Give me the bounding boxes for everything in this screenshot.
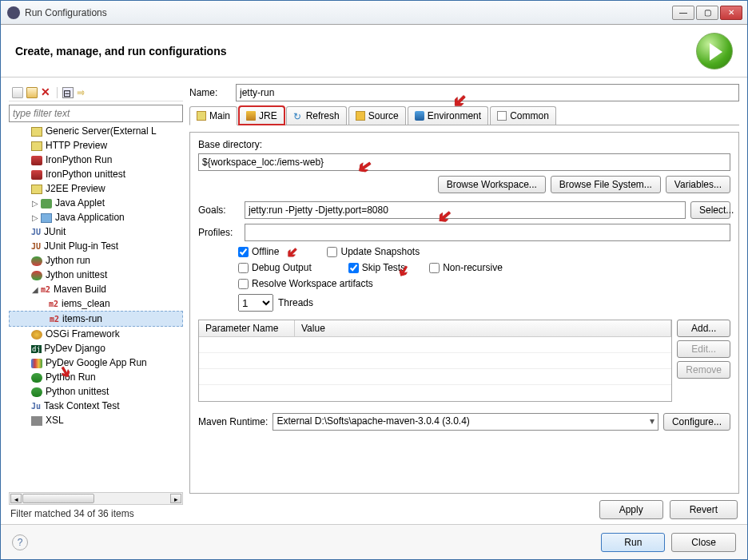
configurations-sidebar: ✕ ⊟ ⥤ Generic Server(External L HTTP Pre… [9,84,183,519]
tree-horizontal-scrollbar[interactable]: ◂▸ [9,492,183,505]
profiles-label: Profiles: [198,227,240,238]
tab-jre[interactable]: JRE [239,106,284,125]
edit-param-button[interactable]: Edit... [677,340,730,358]
goals-label: Goals: [198,205,240,216]
offline-checkbox[interactable]: Offline [238,246,279,257]
name-label: Name: [189,87,231,98]
threads-label: Threads [278,297,313,308]
collapse-all-icon[interactable]: ⊟ [62,87,74,98]
main-tab-icon [197,111,206,121]
goals-input[interactable] [245,201,686,219]
non-recursive-checkbox[interactable]: Non-recursive [429,262,503,273]
select-goals-button[interactable]: Select... [690,201,730,219]
tree-item-junit[interactable]: JUJUnit [9,224,183,239]
tab-bar: Main JRE ↻Refresh Source Environment Com… [189,106,739,125]
skip-tests-checkbox[interactable]: Skip Tests [348,262,405,273]
add-param-button[interactable]: Add... [677,320,730,337]
filter-input[interactable] [9,105,183,122]
resolve-workspace-checkbox[interactable]: Resolve Workspace artifacts [238,278,373,289]
param-value-header: Value [295,320,671,336]
base-dir-input[interactable] [198,153,730,171]
source-tab-icon [356,111,365,121]
tree-item-xsl[interactable]: XSL [9,413,183,427]
tree-item-items-run[interactable]: m2items-run [9,311,183,327]
close-button[interactable]: Close [671,533,736,552]
tree-item-java-applet[interactable]: ▷Java Applet [9,196,183,210]
dialog-header: Create, manage, and run configurations [1,25,747,77]
run-button[interactable]: Run [601,533,665,552]
tree-item-python-unittest[interactable]: Python unittest [9,384,183,399]
tree-item-pydev-google[interactable]: PyDev Google App Run [9,355,183,370]
tree-item-pydev-django[interactable]: dj PyDev Django [9,341,183,355]
tab-main[interactable]: Main [189,106,237,125]
tree-item-jython-unittest[interactable]: Jython unittest [9,268,183,282]
tree-item-python-run[interactable]: Python Run [9,370,183,384]
tree-item-task-context[interactable]: JuTask Context Test [9,399,183,413]
help-icon[interactable]: ? [12,534,28,550]
tree-item-java-application[interactable]: ▷Java Application [9,210,183,224]
run-decoration-icon [696,33,733,70]
update-snapshots-checkbox[interactable]: Update Snapshots [327,246,420,257]
delete-icon[interactable]: ✕ [41,87,52,98]
threads-select[interactable]: 1 [238,294,273,312]
main-tab-panel: Base directory: ➔ Browse Workspace... Br… [189,132,739,494]
tree-item-osgi[interactable]: OSGi Framework [9,327,183,341]
jre-tab-icon [246,111,256,121]
debug-output-checkbox[interactable]: Debug Output [238,262,312,273]
parameters-table[interactable]: Parameter Name Value [198,320,672,402]
remove-param-button[interactable]: Remove [677,361,730,379]
tab-environment[interactable]: Environment [408,106,488,125]
tree-item-iems-clean[interactable]: m2iems_clean [9,296,183,311]
new-config-icon[interactable] [12,87,23,98]
config-tree[interactable]: Generic Server(External L HTTP Preview I… [9,124,183,427]
tree-item-http-preview[interactable]: HTTP Preview [9,138,183,153]
tree-item-generic-server[interactable]: Generic Server(External L [9,124,183,138]
browse-workspace-button[interactable]: Browse Workspace... [438,176,546,193]
maven-runtime-label: Maven Runtime: [198,416,268,427]
dialog-footer: ? Run Close [1,524,747,559]
name-input[interactable] [236,84,739,101]
maximize-button[interactable]: ▢ [696,6,718,20]
revert-button[interactable]: Revert [670,500,738,519]
param-name-header: Parameter Name [199,320,295,336]
tree-item-ironpython-unittest[interactable]: IronPython unittest [9,167,183,181]
close-window-button[interactable]: ✕ [720,6,742,20]
tree-item-junit-plugin[interactable]: JUJUnit Plug-in Test [9,239,183,253]
filter-icon[interactable]: ⥤ [77,87,88,98]
minimize-button[interactable]: — [672,6,694,20]
browse-filesystem-button[interactable]: Browse File System... [551,176,661,193]
common-tab-icon [497,111,507,121]
tree-item-maven-build[interactable]: ◢m2Maven Build [9,282,183,296]
environment-tab-icon [415,111,424,121]
refresh-tab-icon: ↻ [293,111,303,121]
profiles-input[interactable] [245,224,730,241]
tab-source[interactable]: Source [348,106,406,125]
tree-item-j2ee-preview[interactable]: J2EE Preview [9,181,183,196]
duplicate-config-icon[interactable] [26,87,38,98]
app-icon [7,6,20,19]
filter-status: Filter matched 34 of 36 items [9,505,183,519]
maven-runtime-select[interactable]: External D:\Softs\apache-maven-3.0.4 (3.… [273,413,658,431]
base-dir-label: Base directory: [198,139,730,150]
sidebar-toolbar: ✕ ⊟ ⥤ [9,84,183,101]
tree-item-jython-run[interactable]: Jython run [9,253,183,268]
apply-button[interactable]: Apply [599,500,663,519]
tree-item-ironpython-run[interactable]: IronPython Run [9,153,183,167]
configure-runtime-button[interactable]: Configure... [663,413,730,431]
tab-refresh[interactable]: ↻Refresh [286,106,347,125]
titlebar: Run Configurations — ▢ ✕ [1,1,747,25]
window-title: Run Configurations [25,7,670,18]
variables-button[interactable]: Variables... [666,176,730,193]
tab-common[interactable]: Common [490,106,556,125]
dialog-title: Create, manage, and run configurations [15,45,696,58]
